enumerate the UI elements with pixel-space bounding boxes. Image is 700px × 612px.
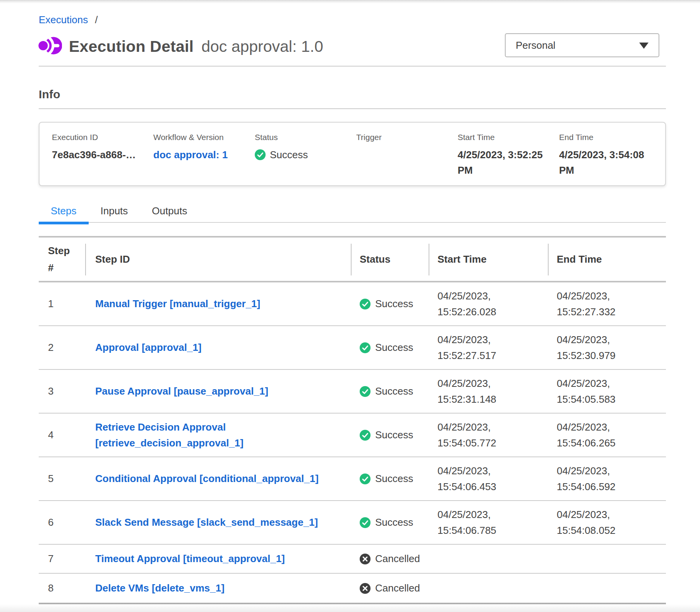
cell-step-id: Conditional Approval [conditional_approv… (86, 471, 352, 487)
info-field-value: 4/25/2023, 3:52:25 PM (458, 147, 559, 178)
table-body: 1Manual Trigger [manual_trigger_1] Succe… (39, 282, 666, 603)
step-id-link[interactable]: Timeout Approval [timeout_approval_1] (95, 553, 285, 564)
success-check-icon (360, 517, 371, 528)
success-check-icon (360, 342, 371, 353)
step-id-link[interactable]: Approval [approval_1] (95, 342, 202, 353)
info-field-start-time: Start Time4/25/2023, 3:52:25 PM (458, 132, 559, 185)
cell-end-time: 04/25/2023, 15:52:30.979 (549, 332, 666, 364)
cell-start-time: 04/25/2023, 15:52:26.028 (429, 288, 549, 320)
success-check-icon (360, 430, 371, 441)
cell-start-time: 04/25/2023, 15:52:27.517 (429, 332, 549, 364)
success-check-icon (360, 474, 371, 484)
cell-step-num: 4 (39, 429, 86, 441)
cell-status: Success (352, 342, 429, 354)
cell-status: Cancelled (352, 553, 429, 565)
cell-step-num: 2 (39, 342, 86, 354)
status-text: Success (270, 147, 308, 162)
cell-step-num: 6 (39, 516, 86, 528)
step-id-link[interactable]: Pause Approval [pause_approval_1] (95, 385, 268, 397)
table-row: 3Pause Approval [pause_approval_1] Succe… (39, 370, 666, 414)
table-row: 5Conditional Approval [conditional_appro… (39, 457, 666, 501)
info-field-trigger: Trigger (356, 132, 458, 185)
status-text: Success (375, 516, 413, 528)
workspace-select[interactable]: Personal (505, 33, 659, 57)
cell-status: Success (352, 473, 429, 485)
table-row: 6Slack Send Message [slack_send_message_… (39, 501, 666, 545)
cell-end-time: 04/25/2023, 15:54:05.583 (549, 376, 666, 407)
info-field-label: Workflow & Version (153, 132, 255, 142)
info-field-value-status: Success (255, 147, 356, 162)
column-header-step-id: Step ID (86, 238, 352, 281)
info-field-end-time: End Time4/25/2023, 3:54:08 PM (559, 132, 665, 185)
status-text: Cancelled (375, 582, 420, 594)
page-content: Executions/ Execution Detail doc approva… (39, 0, 666, 604)
workflow-icon (38, 36, 62, 55)
step-id-link[interactable]: Retrieve Decision Approval [retrieve_dec… (95, 421, 244, 449)
info-divider (39, 108, 666, 109)
cell-step-num: 5 (39, 473, 86, 485)
cell-step-id: Timeout Approval [timeout_approval_1] (86, 551, 352, 567)
status-text: Success (375, 342, 413, 354)
chevron-down-icon (639, 43, 649, 49)
cell-end-time: 04/25/2023, 15:54:06.592 (549, 463, 666, 495)
table-row: 1Manual Trigger [manual_trigger_1] Succe… (39, 282, 666, 326)
cell-step-id: Approval [approval_1] (86, 340, 352, 356)
cell-start-time: 04/25/2023, 15:52:31.148 (429, 376, 549, 407)
breadcrumb-separator: / (95, 14, 98, 26)
breadcrumb-link-executions[interactable]: Executions (39, 14, 88, 26)
success-check-icon (360, 299, 371, 309)
step-id-link[interactable]: Conditional Approval [conditional_approv… (95, 473, 319, 484)
cell-status: Success (352, 429, 429, 441)
status-text: Success (375, 473, 413, 485)
tab-outputs[interactable]: Outputs (140, 202, 199, 222)
cell-step-num: 1 (39, 298, 86, 310)
page-subtitle: doc approval: 1.0 (201, 38, 323, 56)
cell-start-time: 04/25/2023, 15:54:06.453 (429, 463, 549, 495)
table-row: 7Timeout Approval [timeout_approval_1] C… (39, 545, 666, 574)
cell-end-time: 04/25/2023, 15:54:08.052 (549, 507, 666, 538)
step-id-link[interactable]: Delete VMs [delete_vms_1] (95, 582, 225, 594)
info-field-label: End Time (559, 132, 665, 142)
info-section-title: Info (39, 87, 666, 101)
column-header-status: Status (352, 238, 429, 281)
cancelled-x-icon (360, 554, 371, 564)
tab-steps[interactable]: Steps (39, 202, 89, 222)
cell-start-time: 04/25/2023, 15:54:05.772 (429, 419, 549, 451)
cell-status: Success (352, 298, 429, 310)
cell-step-id: Manual Trigger [manual_trigger_1] (86, 296, 352, 312)
cell-step-id: Delete VMs [delete_vms_1] (86, 580, 352, 596)
cell-step-num: 3 (39, 385, 86, 397)
status-text: Cancelled (375, 553, 420, 565)
step-id-link[interactable]: Slack Send Message [slack_send_message_1… (95, 516, 318, 528)
info-field-label: Trigger (356, 132, 458, 142)
cell-status: Cancelled (352, 582, 429, 594)
success-check-icon (255, 149, 266, 160)
column-header-end-time: End Time (549, 238, 666, 281)
tab-inputs[interactable]: Inputs (89, 202, 140, 222)
info-field-value: 4/25/2023, 3:54:08 PM (559, 147, 665, 178)
cell-step-num: 8 (39, 582, 86, 594)
info-field-value-link[interactable]: doc approval: 1 (153, 147, 255, 162)
info-field-value: 7e8ac396-a868-… (52, 147, 153, 162)
column-header-start-time: Start Time (429, 238, 549, 281)
cell-end-time: 04/25/2023, 15:52:27.332 (549, 288, 666, 320)
table-row: 4Retrieve Decision Approval [retrieve_de… (39, 414, 666, 457)
info-field-label: Start Time (458, 132, 559, 142)
breadcrumb: Executions/ (39, 0, 666, 26)
title-group: Execution Detail doc approval: 1.0 (39, 37, 323, 56)
info-field-label: Execution ID (52, 132, 153, 142)
step-id-link[interactable]: Manual Trigger [manual_trigger_1] (95, 298, 260, 309)
bottom-shadow (0, 604, 700, 612)
column-header-step-num: Step # (39, 238, 86, 281)
cell-start-time: 04/25/2023, 15:54:06.785 (429, 507, 549, 538)
header-divider (39, 66, 666, 67)
cell-step-id: Retrieve Decision Approval [retrieve_dec… (86, 419, 352, 451)
status-text: Success (375, 429, 413, 441)
status-text: Success (375, 385, 413, 397)
page-header: Execution Detail doc approval: 1.0 Perso… (39, 34, 666, 58)
cell-step-id: Slack Send Message [slack_send_message_1… (86, 515, 352, 530)
cell-status: Success (352, 516, 429, 528)
success-check-icon (360, 386, 371, 397)
cancelled-x-icon (360, 583, 371, 594)
cell-status: Success (352, 385, 429, 397)
